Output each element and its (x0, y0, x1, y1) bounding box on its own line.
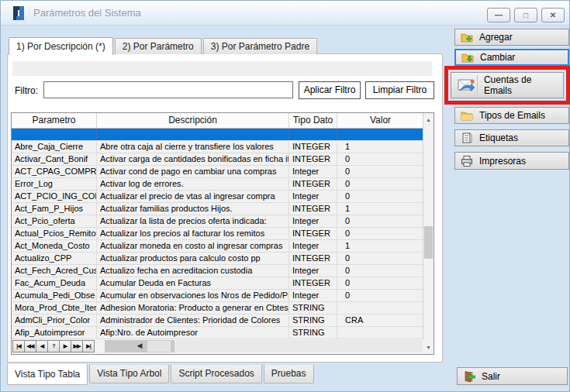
table-row[interactable]: Acumula_Pedi_ObseAcumular en observacion… (12, 290, 424, 302)
navigator-strip: |◀◀◀◀?▶▶▶▶| ◀ (12, 339, 424, 354)
exit-button-label: Salir (482, 371, 500, 382)
tab-vista-tipo-tabla[interactable]: Vista Tipo Tabla (7, 364, 88, 385)
clear-filter-button[interactable]: Limpiar Filtro (365, 81, 434, 99)
table-row[interactable]: Mora_Prod_Cbte_ItemAdhesion Moratoria: P… (12, 302, 424, 315)
table-cell: Acumular Deuda en Facturas (97, 277, 289, 289)
table-cell: Actualizar la lista de precios oferta in… (97, 215, 289, 227)
table-row[interactable]: Abre_Caja_CierreAbre otra caja al cierre… (12, 141, 424, 153)
close-button[interactable]: ✕ (541, 8, 565, 22)
nav-first-button[interactable]: |◀ (12, 340, 25, 352)
nav-last-button[interactable]: ▶| (82, 340, 95, 352)
horizontal-scroll-thumb[interactable] (147, 341, 171, 352)
table-row[interactable] (12, 129, 424, 141)
table-cell (97, 129, 289, 140)
table-cell: CRA (337, 315, 424, 326)
grid-header: Parametro Descripción Tipo Dato Valor (12, 113, 424, 129)
table-cell: Abre otra caja al cierre y transfiere lo… (97, 141, 289, 153)
table-row[interactable]: Actual_Pcios_RemitosActualizar los preci… (12, 228, 424, 240)
table-row[interactable]: AdmCli_Prior_ColorAdministrador de Clien… (12, 315, 424, 327)
table-cell: INTEGER (289, 277, 337, 289)
table-row[interactable]: Afip_AutoimpresorAfip:Nro. de Autoimpres… (12, 327, 424, 339)
table-row[interactable]: Error_LogActivar log de errores.INTEGER0 (12, 178, 424, 191)
table-cell: 0 (337, 153, 424, 165)
table-cell: 0 (337, 228, 424, 239)
nav-next-button[interactable]: ▶ (59, 340, 71, 352)
filter-input[interactable] (43, 81, 293, 98)
nav-prior-page-button[interactable]: ◀◀ (24, 340, 36, 352)
table-cell: Actualizar productos para calculo costo … (97, 253, 289, 264)
table-cell (12, 129, 97, 140)
tab-pruebas[interactable]: Pruebas (264, 365, 314, 383)
table-row[interactable]: Fac_Acum_DeudaAcumular Deuda en Facturas… (12, 277, 424, 290)
table-cell: Adhesion Moratoria: Producto a generar e… (97, 302, 289, 314)
table-cell: AdmCli_Prior_Color (12, 315, 97, 326)
column-header-descripcion[interactable]: Descripción (97, 113, 289, 128)
table-row[interactable]: ACT_PCIO_ING_COMActualizar el precio de … (12, 191, 424, 203)
table-cell: Mora_Prod_Cbte_Item (12, 302, 97, 314)
printers-button[interactable]: Impresoras (454, 152, 569, 170)
table-cell: 1 (337, 141, 424, 153)
table-cell: Actualizar familias productos Hijos. (97, 203, 289, 215)
table-cell: 0 (337, 178, 424, 190)
table-cell: Administrador de Clientes: Prioridad de … (97, 315, 289, 326)
table-cell: Activar cond de pago en cambiar una comp… (97, 166, 289, 177)
tab-script-procesados[interactable]: Script Procesados (171, 365, 261, 383)
labels-button[interactable]: Etiquetas (454, 129, 569, 146)
scroll-left-icon[interactable]: ◀ (134, 340, 145, 352)
labels-button-label: Etiquetas (479, 132, 518, 143)
table-cell: INTEGER (289, 253, 337, 264)
printer-icon (461, 155, 473, 167)
vertical-scroll-thumb[interactable] (424, 226, 433, 259)
tab-por-descripcion[interactable]: 1) Por Descripción (*) (9, 37, 113, 55)
minimize-button[interactable]: — (487, 8, 510, 22)
table-row[interactable]: Act_Fech_Acred_CustActualizo fecha en ac… (12, 265, 424, 277)
column-header-valor[interactable]: Valor (337, 113, 424, 128)
table-cell: Actualizar el precio de vtas al ingresar… (97, 191, 289, 202)
table-cell: INTEGER (289, 141, 337, 153)
table-cell: Acumula_Pedi_Obse (12, 290, 97, 301)
email-accounts-button[interactable]: Cuentas de Emails (451, 72, 564, 98)
tab-por-parametro-padre[interactable]: 3) Por Parámetro Padre (203, 38, 317, 54)
horizontal-scrollbar[interactable]: ◀ (105, 340, 423, 352)
table-cell: STRING (289, 315, 337, 326)
table-row[interactable]: Act_Pcio_ofertaActualizar la lista de pr… (12, 215, 424, 228)
table-cell: Actualizar moneda en costo al ingresar c… (97, 240, 289, 252)
table-cell: 1 (337, 240, 424, 252)
apply-filter-button[interactable]: Aplicar Filtro (299, 81, 361, 99)
table-row[interactable]: ACT_CPAG_COMPRAActivar cond de pago en c… (12, 166, 424, 178)
table-row[interactable]: Act_Fam_P_HijosActualizar familias produ… (12, 203, 424, 215)
column-header-tipo-dato[interactable]: Tipo Dato (289, 113, 337, 128)
scroll-up-icon[interactable]: ▲ (423, 114, 434, 126)
vertical-scrollbar[interactable]: ▲ ▼ (423, 113, 434, 354)
exit-button[interactable]: Salir (457, 367, 568, 385)
table-row[interactable]: Actualizo_CPPActualizar productos para c… (12, 253, 424, 265)
nav-prior-button[interactable]: ◀ (36, 340, 48, 352)
add-button-label: Agregar (479, 32, 513, 43)
table-cell: Integer (289, 166, 337, 177)
table-cell: Actualizo fecha en acreditacion custodia (97, 265, 289, 277)
scroll-down-icon[interactable]: ▼ (423, 342, 434, 353)
tab-vista-tipo-arbol[interactable]: Vista Tipo Arbol (89, 365, 169, 383)
nav-next-page-button[interactable]: ▶▶ (71, 340, 83, 352)
folder-down-arrow-icon (461, 51, 474, 64)
labels-icon (461, 132, 473, 144)
tab-por-parametro[interactable]: 2) Por Parámetro (115, 38, 202, 54)
column-header-parametro[interactable]: Parametro (12, 113, 97, 128)
table-cell: Actualizar los precios al facturar los r… (97, 228, 289, 239)
table-row[interactable]: Activar_Cant_BonifActivar carga de canti… (12, 153, 424, 166)
table-cell: INTEGER (289, 203, 337, 215)
add-button[interactable]: Agregar (454, 29, 569, 46)
maximize-button[interactable]: □ (514, 8, 537, 22)
exit-door-icon (463, 370, 475, 383)
email-types-button[interactable]: Tipos de Emails (454, 107, 569, 124)
table-row[interactable]: Act_Moneda_CostoActualizar moneda en cos… (12, 240, 424, 253)
table-cell: ACT_CPAG_COMPRA (12, 166, 97, 177)
nav-help-button[interactable]: ? (47, 340, 60, 352)
title-bar[interactable]: Parámetros del Sistema — □ ✕ (1, 1, 569, 26)
table-cell: STRING (289, 327, 337, 339)
change-button[interactable]: Cambiar (454, 49, 569, 66)
table-cell: Act_Pcio_oferta (12, 215, 97, 227)
table-cell: Actual_Pcios_Remitos (12, 228, 97, 239)
folder-plus-icon (461, 31, 473, 43)
tab-page: Filtro: Aplicar Filtro Limpiar Filtro Pa… (7, 53, 443, 363)
